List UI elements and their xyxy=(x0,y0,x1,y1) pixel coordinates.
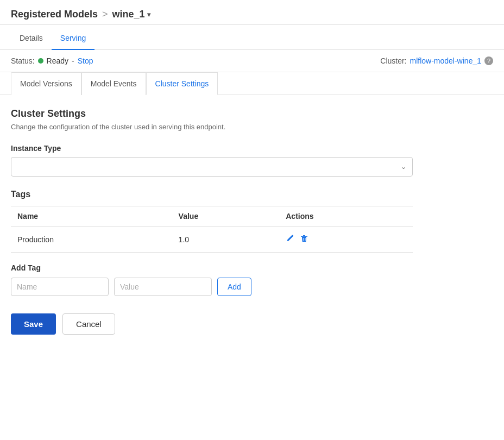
col-header-actions: Actions xyxy=(279,206,413,227)
col-header-value: Value xyxy=(172,206,280,227)
help-icon[interactable]: ? xyxy=(484,56,493,65)
stop-link[interactable]: Stop xyxy=(78,56,93,65)
status-right: Cluster: mlflow-model-wine_1 ? xyxy=(380,56,493,65)
status-dot-icon xyxy=(38,58,43,64)
page-container: Registered Models > wine_1 ▾ Details Ser… xyxy=(0,0,504,348)
cancel-button[interactable]: Cancel xyxy=(62,313,115,335)
table-row: Production 1.0 xyxy=(11,227,413,253)
footer-buttons: Save Cancel xyxy=(11,313,493,335)
add-tag-value-input[interactable] xyxy=(114,278,212,296)
instance-type-wrapper: ⌄ xyxy=(11,157,413,177)
tags-section: Tags Name Value Actions Production 1.0 xyxy=(11,190,493,253)
breadcrumb: Registered Models > wine_1 ▾ xyxy=(11,9,493,20)
sub-tab-model-events[interactable]: Model Events xyxy=(81,72,146,95)
sub-tab-cluster-settings[interactable]: Cluster Settings xyxy=(146,72,218,95)
status-ready-text: Ready xyxy=(47,56,68,65)
model-dropdown-arrow[interactable]: ▾ xyxy=(147,11,150,18)
status-separator: - xyxy=(72,56,74,65)
tag-value-cell: 1.0 xyxy=(172,227,280,253)
breadcrumb-current: wine_1 ▾ xyxy=(112,9,150,20)
breadcrumb-model-name: wine_1 xyxy=(112,9,145,20)
main-tabs: Details Serving xyxy=(0,27,504,50)
delete-tag-icon[interactable] xyxy=(300,234,308,244)
status-left: Status: Ready - Stop xyxy=(11,56,93,65)
cluster-name-link[interactable]: mlflow-model-wine_1 xyxy=(410,56,482,65)
tab-details[interactable]: Details xyxy=(11,27,52,50)
tab-serving[interactable]: Serving xyxy=(52,27,94,50)
cluster-label: Cluster: xyxy=(380,56,406,65)
breadcrumb-root: Registered Models xyxy=(11,9,98,20)
section-title: Cluster Settings xyxy=(11,108,493,120)
add-tag-label: Add Tag xyxy=(11,263,493,272)
action-icons xyxy=(286,234,406,244)
add-tag-section: Add Tag Add xyxy=(11,263,493,296)
sub-tab-model-versions[interactable]: Model Versions xyxy=(11,72,81,95)
col-header-name: Name xyxy=(11,206,172,227)
edit-tag-icon[interactable] xyxy=(286,234,294,244)
section-description: Change the configuration of the cluster … xyxy=(11,123,493,131)
tags-label: Tags xyxy=(11,190,493,199)
add-tag-row: Add xyxy=(11,278,493,296)
add-tag-button[interactable]: Add xyxy=(217,278,251,296)
save-button[interactable]: Save xyxy=(11,313,56,335)
instance-type-select[interactable] xyxy=(11,157,413,177)
status-bar: Status: Ready - Stop Cluster: mlflow-mod… xyxy=(0,50,504,72)
status-label: Status: xyxy=(11,56,35,65)
instance-type-label: Instance Type xyxy=(11,144,493,153)
sub-tabs: Model Versions Model Events Cluster Sett… xyxy=(0,72,504,95)
tag-name-cell: Production xyxy=(11,227,172,253)
tags-table: Name Value Actions Production 1.0 xyxy=(11,206,413,253)
add-tag-name-input[interactable] xyxy=(11,278,109,296)
content-area: Cluster Settings Change the configuratio… xyxy=(0,95,504,348)
tag-actions-cell xyxy=(279,227,413,253)
breadcrumb-separator: > xyxy=(102,9,108,20)
header: Registered Models > wine_1 ▾ xyxy=(0,0,504,25)
